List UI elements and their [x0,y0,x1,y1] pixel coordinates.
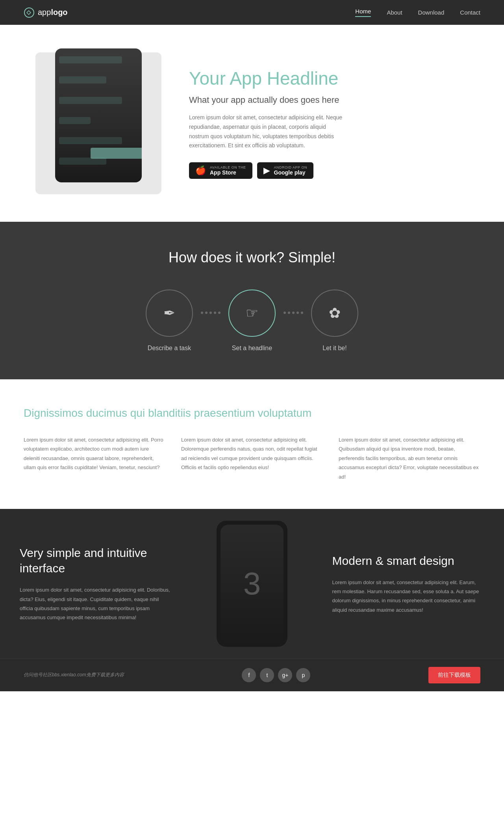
nav-about[interactable]: About [387,9,402,16]
social-twitter[interactable]: t [260,668,274,682]
googleplay-button[interactable]: ▶ Android App on Google play [257,162,313,179]
split-left-text: Lorem ipsum dolor sit amet, consectetur … [20,585,172,622]
apple-icon: 🍎 [195,165,206,176]
step-2-icon: ☞ [246,305,258,321]
hero-description: Lorem ipsum dolor sit amet, consectetur … [189,113,346,150]
phone-preview: 3 [217,521,287,647]
svg-point-0 [24,8,34,17]
download-template-button[interactable]: 前往下载模板 [428,667,480,683]
appstore-button[interactable]: 🍎 Available on the App Store [189,162,252,179]
phone-row [59,56,122,63]
split-left: Very simple and intuitive interface Lore… [0,509,191,659]
dot [214,312,216,314]
googleplay-big-text: Google play [274,169,307,176]
split-center: 3 [191,509,312,659]
feature-col-3: Lorem ipsum dolor sit amet, consectetur … [339,435,480,481]
nav-download[interactable]: Download [418,9,445,16]
features-title: Dignissimos ducimus qui blanditiis praes… [24,407,480,420]
logo: applogo [24,7,68,18]
split-right-text: Lorem ipsum dolor sit amet, consectetur … [332,578,484,615]
phone-front [55,48,142,182]
appstore-text: Available on the App Store [210,165,246,176]
step-3-label: Let it be! [322,345,346,352]
dot [288,312,290,314]
nav-contact[interactable]: Contact [460,9,480,16]
phone-row [59,76,106,84]
step-dots-2 [284,312,303,314]
features-grid: Lorem ipsum dolor sit amet, consectetur … [24,435,480,481]
social-googleplus[interactable]: g+ [278,668,292,682]
phone-inner: 3 [220,525,284,643]
header: applogo Home About Download Contact [0,0,504,25]
googleplay-small-text: Android App on [274,165,307,169]
split-right-title: Modern & smart design [332,553,484,568]
social-pinterest[interactable]: p [296,668,310,682]
hero-section: Your App Headline What your app actually… [0,25,504,222]
hero-phones [24,48,165,198]
dot [201,312,203,314]
hero-subheadline: What your app actually does goes here [189,95,480,105]
footer: 仿问他号社区bbs.xienlao.com免费下载更多内容 f t g+ p 前… [0,659,504,691]
appstore-small-text: Available on the [210,165,246,169]
dot [218,312,220,314]
phone-screen [55,48,142,182]
social-facebook[interactable]: f [242,668,256,682]
phone-row [59,117,91,124]
feature-col-1: Lorem ipsum dolor sit amet, consectetur … [24,435,165,481]
play-icon: ▶ [263,165,270,176]
how-title: How does it work? Simple! [24,249,480,266]
split-right: Modern & smart design Lorem ipsum dolor … [313,509,504,659]
logo-icon [24,7,35,18]
dot [296,312,299,314]
split-left-title: Very simple and intuitive interface [20,545,172,576]
step-3-icon: ✿ [329,305,341,321]
feature-text-2: Lorem ipsum dolor sit amet, consectetur … [181,435,323,472]
step-1-label: Describe a task [148,345,191,352]
step-1: ✒ Describe a task [146,290,193,352]
logo-text: applogo [38,8,68,17]
step-1-circle: ✒ [146,290,193,337]
hero-content: Your App Headline What your app actually… [189,68,480,179]
phone-digit: 3 [243,566,261,602]
how-section: How does it work? Simple! ✒ Describe a t… [0,222,504,379]
dot [292,312,295,314]
step-dots-1 [201,312,220,314]
footer-text: 仿问他号社区bbs.xienlao.com免费下载更多内容 [24,672,124,678]
step-2-circle: ☞ [228,290,276,337]
social-icons: f t g+ p [242,668,310,682]
dot [205,312,208,314]
feature-text-3: Lorem ipsum dolor sit amet, consectetur … [339,435,480,481]
steps-row: ✒ Describe a task ☞ Set a headline [24,290,480,352]
nav-home[interactable]: Home [355,8,371,17]
phone-row [59,137,122,144]
hero-headline: Your App Headline [189,68,480,89]
features-section: Dignissimos ducimus qui blanditiis praes… [0,379,504,509]
dot [301,312,303,314]
step-3: ✿ Let it be! [311,290,358,352]
phone-row [59,97,122,104]
feature-text-1: Lorem ipsum dolor sit amet, consectetur … [24,435,165,472]
dot [209,312,212,314]
dot [284,312,286,314]
step-2: ☞ Set a headline [228,290,276,352]
split-section: Very simple and intuitive interface Lore… [0,509,504,659]
appstore-big-text: App Store [210,169,246,176]
main-nav: Home About Download Contact [355,8,480,17]
store-buttons: 🍎 Available on the App Store ▶ Android A… [189,162,480,179]
step-2-label: Set a headline [232,345,272,352]
phone-accent [91,148,142,159]
feature-col-2: Lorem ipsum dolor sit amet, consectetur … [181,435,323,481]
step-3-circle: ✿ [311,290,358,337]
step-1-icon: ✒ [163,305,175,321]
googleplay-text: Android App on Google play [274,165,307,176]
